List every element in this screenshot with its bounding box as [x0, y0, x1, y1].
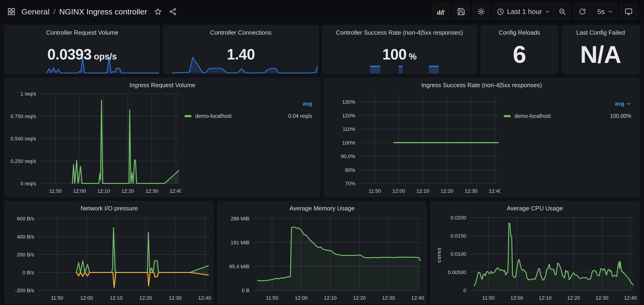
star-icon[interactable]: [154, 8, 162, 15]
svg-text:11:50: 11:50: [49, 188, 62, 194]
navbar: General / NGINX Ingress controller: [0, 0, 644, 23]
svg-text:286 MiB: 286 MiB: [230, 216, 250, 222]
svg-text:0: 0: [464, 288, 466, 293]
svg-text:12:30: 12:30: [596, 295, 608, 301]
legend-item: demo-localhost 0.04 req/s: [181, 113, 312, 119]
tv-mode-button[interactable]: [620, 4, 637, 19]
panel-title[interactable]: Controller Success Rate (non-4|5xx respo…: [322, 25, 477, 36]
settings-gear-button[interactable]: [473, 4, 490, 19]
share-icon[interactable]: [169, 8, 177, 15]
svg-text:200 B/s: 200 B/s: [17, 252, 34, 258]
svg-text:12:20: 12:20: [353, 295, 366, 301]
legend-series-name[interactable]: demo-localhost: [514, 113, 551, 119]
plot-area[interactable]: 11:5012:0012:1012:2012:3012:400 B95.4 Mi…: [218, 213, 426, 303]
stat-value: 1.40: [164, 46, 318, 63]
svg-text:12:20: 12:20: [139, 295, 152, 301]
dashboard: Controller Request Volume 0.0393ops/s Co…: [0, 23, 644, 304]
breadcrumb-separator: /: [53, 7, 55, 16]
stat-value: N/A: [562, 40, 639, 68]
svg-text:11:50: 11:50: [368, 188, 381, 194]
svg-text:12:20: 12:20: [567, 295, 580, 301]
svg-text:12:30: 12:30: [464, 188, 478, 194]
panel-last-config-failed: Last Config Failed N/A: [562, 25, 639, 74]
panel-title[interactable]: Controller Connections: [164, 25, 318, 36]
svg-text:11:50: 11:50: [482, 295, 495, 301]
svg-text:12:10: 12:10: [324, 295, 337, 301]
panel-controller-connections: Controller Connections 1.40: [163, 25, 318, 74]
panel-title[interactable]: Controller Request Volume: [5, 25, 159, 36]
panel-title[interactable]: Average Memory Usage: [218, 201, 426, 212]
svg-text:12:30: 12:30: [146, 188, 158, 194]
svg-text:0.750 req/s: 0.750 req/s: [10, 113, 36, 119]
refresh-button[interactable]: [574, 4, 591, 19]
svg-text:191 MiB: 191 MiB: [230, 240, 250, 246]
svg-text:100%: 100%: [342, 140, 355, 146]
refresh-interval-picker[interactable]: 5s: [590, 4, 617, 19]
svg-text:12:00: 12:00: [80, 295, 93, 301]
panel-title[interactable]: Ingress Success Rate (non-4|5xx response…: [324, 78, 639, 89]
svg-text:12:20: 12:20: [122, 188, 134, 194]
stat-value: 6: [481, 40, 558, 68]
svg-text:12:00: 12:00: [510, 295, 523, 301]
svg-text:11:50: 11:50: [51, 295, 63, 301]
svg-text:12:00: 12:00: [295, 295, 308, 301]
svg-text:0 B: 0 B: [242, 288, 250, 293]
svg-text:12:30: 12:30: [382, 295, 395, 301]
svg-text:110%: 110%: [342, 126, 355, 132]
series-color-swatch: [504, 115, 511, 117]
add-panel-button[interactable]: [432, 4, 450, 19]
legend: avg demo-localhost 0.04 req/s: [181, 90, 320, 197]
time-range-picker[interactable]: Last 1 hour: [493, 4, 554, 19]
legend-series-name[interactable]: demo-localhost: [195, 113, 232, 119]
svg-text:12:40: 12:40: [170, 188, 182, 194]
chevron-down-icon: [608, 9, 613, 14]
svg-text:12:30: 12:30: [169, 295, 182, 301]
plot-area[interactable]: 11:5012:0012:1012:2012:3012:400 req/s0.2…: [5, 90, 181, 197]
svg-text:12:40: 12:40: [411, 295, 424, 301]
svg-text:130%: 130%: [342, 99, 355, 105]
svg-text:0.00500: 0.00500: [448, 270, 466, 275]
svg-text:12:10: 12:10: [110, 295, 122, 301]
legend: avg demo-localhost 100.00%: [500, 90, 639, 197]
svg-text:12:40: 12:40: [198, 295, 211, 301]
svg-text:0.0200: 0.0200: [451, 215, 466, 221]
breadcrumb-dashboard-title[interactable]: NGINX Ingress controller: [59, 7, 147, 16]
breadcrumb-section[interactable]: General: [22, 7, 50, 16]
svg-text:90.0%: 90.0%: [341, 153, 355, 159]
svg-text:12:40: 12:40: [489, 188, 501, 194]
dashboards-grid-icon[interactable]: [7, 7, 16, 16]
svg-text:0.0150: 0.0150: [451, 233, 466, 239]
plot-area[interactable]: cores 11:5012:0012:1012:2012:3012:4000.0…: [430, 213, 639, 303]
save-dashboard-button[interactable]: [453, 4, 470, 19]
zoom-out-button[interactable]: [554, 4, 571, 19]
panel-title[interactable]: Config Reloads: [481, 25, 558, 36]
time-range-label: Last 1 hour: [507, 8, 542, 15]
panel-ingress-success-rate: Ingress Success Rate (non-4|5xx response…: [324, 78, 639, 197]
svg-text:-200 B/s: -200 B/s: [15, 288, 34, 293]
panel-title[interactable]: Last Config Failed: [562, 25, 639, 36]
panel-title[interactable]: Ingress Request Volume: [5, 78, 320, 89]
legend-series-value: 100.00%: [610, 113, 631, 119]
stat-value: 0.0393ops/s: [5, 46, 159, 63]
svg-text:80%: 80%: [345, 167, 355, 173]
svg-text:12:00: 12:00: [73, 188, 86, 194]
legend-sort-avg[interactable]: avg: [303, 101, 312, 107]
panel-network-io-pressure: Network I/O pressure 11:5012:0012:1012:2…: [5, 201, 214, 304]
legend-sort-avg[interactable]: avg: [615, 101, 624, 107]
panel-title[interactable]: Average CPU Usage: [430, 201, 639, 212]
panel-controller-request-volume: Controller Request Volume 0.0393ops/s: [5, 25, 160, 74]
svg-text:120%: 120%: [342, 113, 355, 119]
panel-average-cpu-usage: Average CPU Usage cores 11:5012:0012:101…: [430, 201, 639, 304]
refresh-interval-label: 5s: [597, 8, 605, 15]
plot-area[interactable]: 11:5012:0012:1012:2012:3012:40-200 B/s0 …: [5, 213, 214, 303]
panel-title[interactable]: Network I/O pressure: [5, 201, 214, 212]
svg-text:12:20: 12:20: [441, 188, 454, 194]
stat-value: 100%: [322, 46, 477, 63]
panel-ingress-request-volume: Ingress Request Volume 11:5012:0012:1012…: [5, 78, 320, 197]
plot-area[interactable]: 11:5012:0012:1012:2012:3012:4070%80%90.0…: [324, 90, 500, 197]
legend-item: demo-localhost 100.00%: [500, 113, 631, 119]
svg-text:12:10: 12:10: [416, 188, 429, 194]
svg-text:12:00: 12:00: [392, 188, 405, 194]
toolbar: Last 1 hour 5s: [432, 4, 637, 19]
svg-text:400 B/s: 400 B/s: [17, 234, 34, 240]
